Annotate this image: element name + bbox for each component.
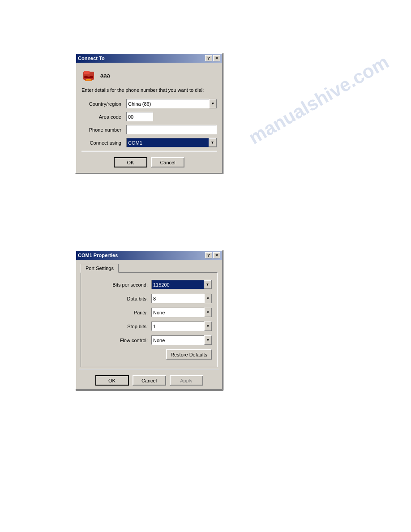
connection-name: aaa	[100, 72, 110, 79]
bits-value: 115200	[153, 282, 211, 287]
connect-using-select-wrapper: COM1 ▼	[126, 138, 217, 147]
connect-header: aaa	[81, 68, 217, 82]
tab-bar: Port Settings	[79, 263, 219, 272]
svg-rect-1	[84, 71, 90, 74]
flow-control-row: Flow control: None ▼	[86, 335, 212, 345]
com1-title-bar: COM1 Properties ? ✕	[76, 251, 222, 260]
com1-button-row: OK Cancel Apply	[76, 372, 222, 389]
com1-apply-button[interactable]: Apply	[170, 375, 203, 386]
phone-number-row: Phone number:	[81, 125, 217, 134]
parity-row: Parity: None ▼	[86, 308, 212, 317]
country-select[interactable]: China (86)	[126, 99, 217, 108]
bits-select-wrapper: 115200 ▼	[151, 280, 212, 289]
com1-title-controls: ? ✕	[205, 252, 220, 258]
com1-close-button[interactable]: ✕	[213, 252, 220, 258]
area-code-label: Area code:	[81, 114, 126, 120]
svg-rect-6	[85, 80, 92, 81]
connect-using-row: Connect using: COM1 ▼	[81, 138, 217, 147]
com1-tabs-area: Port Settings Bits per second: 115200 ▼ …	[76, 260, 222, 367]
stop-bits-row: Stop bits: 1 ▼	[86, 322, 212, 331]
country-select-wrapper: China (86) ▼	[126, 99, 217, 108]
stop-bits-select[interactable]: 1	[151, 322, 212, 331]
com1-help-button[interactable]: ?	[205, 252, 212, 258]
phone-icon	[81, 68, 96, 82]
connect-title-text: Connect To	[78, 56, 105, 61]
country-label: Country/region:	[81, 101, 126, 107]
phone-number-label: Phone number:	[81, 127, 126, 133]
data-bits-select[interactable]: 8	[151, 294, 212, 303]
com1-cancel-button[interactable]: Cancel	[133, 375, 166, 386]
close-button[interactable]: ✕	[213, 55, 220, 61]
connect-using-value: COM1	[128, 140, 216, 146]
help-button[interactable]: ?	[205, 55, 212, 61]
country-row: Country/region: China (86) ▼	[81, 99, 217, 108]
data-bits-row: Data bits: 8 ▼	[86, 294, 212, 303]
parity-label: Parity:	[102, 310, 151, 315]
restore-defaults-button[interactable]: Restore Defaults	[166, 349, 212, 360]
parity-select-wrapper: None ▼	[151, 308, 212, 317]
area-code-input[interactable]	[126, 112, 153, 121]
data-bits-label: Data bits:	[102, 296, 151, 301]
flow-control-label: Flow control:	[102, 338, 151, 343]
phone-number-input[interactable]	[126, 125, 217, 134]
svg-rect-4	[85, 77, 92, 78]
restore-btn-row: Restore Defaults	[86, 349, 212, 360]
flow-control-select-wrapper: None ▼	[151, 335, 212, 345]
area-code-row: Area code:	[81, 112, 217, 121]
button-divider	[81, 151, 217, 152]
flow-control-select[interactable]: None	[151, 335, 212, 345]
watermark: manualshive.com	[245, 51, 392, 148]
bits-label: Bits per second:	[102, 282, 151, 287]
cancel-button[interactable]: Cancel	[151, 157, 184, 167]
connect-using-label: Connect using:	[81, 140, 126, 146]
connect-button-row: OK Cancel	[81, 157, 217, 167]
tab-content: Bits per second: 115200 ▼ Data bits: 8 ▼	[81, 272, 218, 367]
data-bits-select-wrapper: 8 ▼	[151, 294, 212, 303]
com1-title-text: COM1 Properties	[78, 253, 118, 258]
stop-bits-select-wrapper: 1 ▼	[151, 322, 212, 331]
com1-properties-dialog: COM1 Properties ? ✕ Port Settings Bits p…	[75, 250, 223, 390]
connect-title-bar: Connect To ? ✕	[76, 54, 222, 63]
com1-title-left: COM1 Properties	[78, 253, 118, 258]
bits-per-second-row: Bits per second: 115200 ▼	[86, 280, 212, 289]
parity-select[interactable]: None	[151, 308, 212, 317]
ok-button[interactable]: OK	[114, 157, 147, 167]
com1-ok-button[interactable]: OK	[95, 375, 129, 386]
tab-port-settings[interactable]: Port Settings	[81, 264, 119, 273]
connect-description: Enter details for the phone number that …	[81, 87, 217, 94]
connect-to-dialog: Connect To ? ✕ aaa Enter details f	[75, 53, 223, 174]
title-bar-left: Connect To	[78, 56, 105, 61]
title-bar-controls: ? ✕	[205, 55, 220, 61]
stop-bits-label: Stop bits:	[102, 324, 151, 329]
com1-divider	[79, 369, 219, 370]
connect-content: aaa Enter details for the phone number t…	[76, 63, 222, 173]
